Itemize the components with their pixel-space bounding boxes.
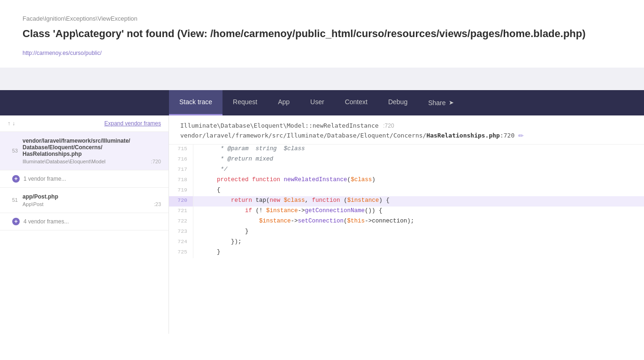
line-content-715: * @param string $class: [193, 145, 305, 155]
line-content-721: if (! $instance->getConnectionName()) {: [193, 207, 383, 217]
error-header: Facade\Ignition\Exceptions\ViewException…: [0, 0, 644, 68]
expand-vendor-icon-4: +: [12, 218, 20, 225]
line-number-724: 724: [169, 237, 193, 248]
code-line-718: 718 protected function newRelatedInstanc…: [169, 176, 644, 186]
line-number-723: 723: [169, 227, 193, 237]
code-line-724: 724 });: [169, 237, 644, 248]
line-number-718: 718: [169, 176, 193, 186]
tab-context[interactable]: Context: [335, 90, 378, 115]
code-line-719: 719 {: [169, 186, 644, 196]
stack-frame-53[interactable]: 53 vendor/laravel/framework/src/Illumina…: [0, 132, 169, 170]
line-number-722: 722: [169, 217, 193, 227]
code-line-722: 722 $instance->setConnection($this->conn…: [169, 217, 644, 227]
vendor-frames-label-4: 4 vendor frames...: [23, 218, 69, 225]
line-content-723: }: [193, 227, 249, 237]
line-number-717: 717: [169, 165, 193, 176]
sort-down-icon[interactable]: ↓: [12, 120, 15, 127]
line-content-720: return tap(new $class, function ($instan…: [193, 196, 390, 207]
code-block: 715 * @param string $class 716 * @return…: [169, 145, 644, 258]
line-number-715: 715: [169, 145, 193, 155]
line-number-725: 725: [169, 248, 193, 258]
exception-class: Facade\Ignition\Exceptions\ViewException: [23, 15, 621, 22]
line-content-717: */: [193, 165, 228, 176]
tab-stack-trace[interactable]: Stack trace: [169, 90, 222, 115]
line-number-720: 720: [169, 196, 193, 207]
line-content-724: });: [193, 237, 242, 248]
frame-file-53: vendor/laravel/framework/src/Illuminate/…: [23, 138, 161, 157]
code-filepath: vendor/laravel/framework/src/Illuminate/…: [180, 132, 514, 139]
edit-icon[interactable]: ✏: [518, 132, 524, 139]
stack-frame-51[interactable]: 51 app/Post.php App\Post :23: [0, 188, 169, 213]
code-line-716: 716 * @return mixed: [169, 155, 644, 165]
frame-class-53: Illuminate\Database\Eloquent\Model :720: [23, 159, 161, 164]
code-line-715: 715 * @param string $class: [169, 145, 644, 155]
tab-user[interactable]: User: [300, 90, 335, 115]
frame-file-51: app/Post.php: [23, 193, 161, 200]
line-content-725: }: [193, 248, 221, 258]
main-content: ↑ ↓ Expand vendor frames 53 vendor/larav…: [0, 115, 644, 334]
frame-number-53: 53: [8, 148, 18, 153]
code-line-721: 721 if (! $instance->getConnectionName()…: [169, 207, 644, 217]
sort-up-icon[interactable]: ↑: [8, 120, 10, 127]
vendor-frames-toggle-1[interactable]: + 1 vendor frame...: [0, 170, 169, 188]
code-method-line: Illuminate\Database\Eloquent\Model::newR…: [180, 122, 633, 129]
code-line-717: 717 */: [169, 165, 644, 176]
tab-share[interactable]: Share ➤: [418, 90, 464, 115]
line-number-721: 721: [169, 207, 193, 217]
divider: [0, 68, 644, 90]
sort-arrows: ↑ ↓: [8, 120, 15, 127]
tab-app[interactable]: App: [268, 90, 300, 115]
left-panel: ↑ ↓ Expand vendor frames 53 vendor/larav…: [0, 115, 169, 334]
exception-message: Class 'App\category' not found (View: /h…: [23, 27, 621, 41]
tab-bar: Stack trace Request App User Context Deb…: [0, 90, 644, 115]
code-header: Illuminate\Database\Eloquent\Model::newR…: [169, 115, 644, 145]
left-panel-header: ↑ ↓ Expand vendor frames: [0, 115, 169, 132]
line-content-718: protected function newRelatedInstance($c…: [193, 176, 376, 186]
line-content-719: {: [193, 186, 221, 196]
line-content-722: $instance->setConnection($this->connecti…: [193, 217, 414, 227]
share-icon: ➤: [449, 99, 454, 106]
line-content-716: * @return mixed: [193, 155, 273, 165]
frame-number-51: 51: [8, 197, 18, 203]
line-number-716: 716: [169, 155, 193, 165]
right-panel: Illuminate\Database\Eloquent\Model::newR…: [169, 115, 644, 334]
tab-request[interactable]: Request: [222, 90, 268, 115]
frame-class-51: App\Post :23: [23, 201, 161, 207]
line-number-719: 719: [169, 186, 193, 196]
code-line-725: 725 }: [169, 248, 644, 258]
expand-vendor-icon-1: +: [12, 175, 20, 183]
vendor-frames-toggle-4[interactable]: + 4 vendor frames...: [0, 213, 169, 230]
code-line-723: 723 }: [169, 227, 644, 237]
code-line-720: 720 return tap(new $class, function ($in…: [169, 196, 644, 207]
exception-url[interactable]: http://carmenoy.es/curso/public/: [23, 50, 102, 56]
code-filepath-row: vendor/laravel/framework/src/Illuminate/…: [180, 132, 633, 139]
vendor-frames-label-1: 1 vendor frame...: [23, 176, 66, 182]
expand-vendor-button[interactable]: Expand vendor frames: [104, 120, 161, 127]
tab-debug[interactable]: Debug: [378, 90, 418, 115]
